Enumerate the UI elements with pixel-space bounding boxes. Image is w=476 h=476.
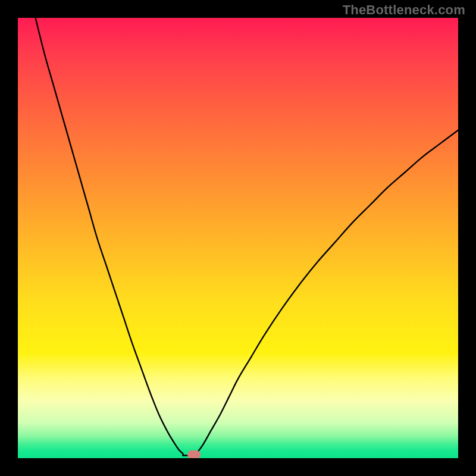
curve-svg bbox=[18, 18, 458, 458]
watermark-text: TheBottleneck.com bbox=[343, 2, 465, 18]
plot-area bbox=[18, 18, 458, 458]
minimum-marker bbox=[187, 450, 201, 458]
chart-frame: TheBottleneck.com bbox=[0, 0, 476, 476]
bottleneck-curve bbox=[36, 18, 458, 456]
